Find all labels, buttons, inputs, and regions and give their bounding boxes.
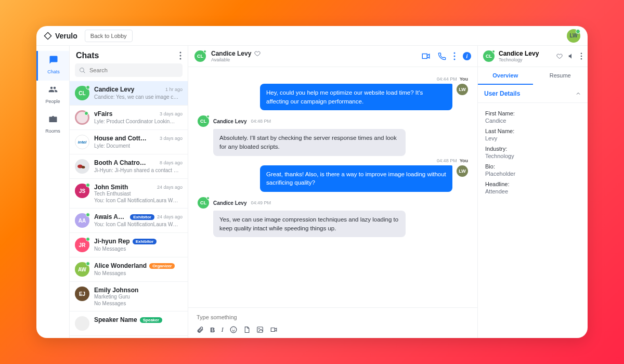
industry-value: Technology [485, 153, 580, 159]
conversation-menu-button[interactable] [453, 52, 456, 60]
details-header: CL Candice Levy Technology [478, 46, 588, 67]
nav-chats[interactable]: Chats [36, 51, 69, 81]
contact-avatar: CL [194, 50, 206, 62]
chat-item-name: Speaker Name [94, 316, 137, 323]
section-title: User Details [484, 90, 520, 97]
chat-item-time: 24 days ago [157, 214, 183, 219]
chat-list-item[interactable]: JRJi-hyun RepExhibitorNo Messages [70, 233, 188, 257]
chat-item-body: Awais AhmedExhibitor24 days agoYou: Icon… [94, 213, 183, 228]
chat-item-name: Booth A Chatro… [94, 159, 146, 166]
role-badge: Organizer [149, 263, 175, 269]
phone-icon [438, 52, 446, 60]
nav-rooms[interactable]: Rooms [36, 110, 69, 140]
chat-list-header: Chats [70, 46, 188, 63]
chat-list-item[interactable]: AAAwais AhmedExhibitor24 days agoYou: Ic… [70, 209, 188, 233]
svg-point-2 [180, 58, 181, 60]
svg-rect-11 [257, 327, 263, 333]
chat-list-item[interactable]: Booth A Chatro…8 days agoJi-Hyun: Ji-Hyu… [70, 154, 188, 179]
chat-item-preview: No Messages [94, 270, 183, 276]
details-actions [556, 53, 582, 60]
message-bubble-sent: Great, thanks! Also, is there a way to i… [260, 165, 452, 192]
heart-icon[interactable] [254, 50, 261, 57]
chat-item-name: Emily Johnson [94, 287, 138, 294]
italic-button[interactable]: I [221, 326, 223, 334]
composer: B I [188, 307, 477, 338]
chat-item-body: House and Cott…3 days agoLyle: Document [94, 135, 183, 149]
chat-list-item[interactable]: JSJohn Smith24 days agoTech EnthusiastYo… [70, 179, 188, 209]
industry-label: Industry: [485, 146, 580, 152]
chat-item-preview: No Messages [94, 301, 183, 306]
message-row: Absolutely. I'll start by checking the s… [198, 129, 468, 155]
details-title-wrap: Candice Levy Technology [499, 50, 539, 62]
chat-item-body: Ji-hyun RepExhibitorNo Messages [94, 238, 183, 252]
details-menu-button[interactable] [580, 53, 582, 60]
audio-call-button[interactable] [438, 52, 446, 60]
details-panel: CL Candice Levy Technology Overview Resu… [477, 46, 588, 338]
chat-list-menu-button[interactable] [179, 51, 181, 60]
video-button[interactable] [270, 326, 278, 333]
chat-item-time: 1 hr ago [165, 87, 183, 92]
doc-button[interactable] [243, 326, 250, 333]
chat-item-time: 24 days ago [157, 185, 183, 190]
chat-list-item[interactable]: Speaker NameSpeaker [70, 311, 188, 336]
message-meta: 04:44 PM You [198, 76, 468, 82]
chat-item-name: Awais Ahmed [94, 213, 127, 220]
chat-list-item[interactable]: CLCandice Levy1 hr agoCandice: Yes, we c… [70, 81, 188, 106]
chat-list-item[interactable]: EJEmily JohnsonMarketing GuruNo Messages [70, 282, 188, 311]
image-icon [256, 326, 264, 333]
bio-value: Placeholder [485, 171, 580, 177]
bio-label: Bio: [485, 163, 580, 170]
message-meta: CLCandice Levy04:49 PM [198, 197, 468, 209]
smile-icon [230, 326, 237, 333]
brand: Verulo [44, 32, 77, 40]
svg-point-14 [581, 56, 582, 57]
chat-item-body: Booth A Chatro…8 days agoJi-Hyun: Ji-Hyu… [94, 159, 183, 174]
back-to-lobby-button[interactable]: Back to Lobby [85, 30, 133, 42]
video-call-button[interactable] [421, 51, 431, 61]
sender-avatar: CL [198, 197, 209, 209]
kebab-icon [453, 52, 456, 60]
chat-item-name: House and Cott… [94, 135, 147, 142]
svg-point-6 [454, 56, 456, 57]
tab-resume[interactable]: Resume [533, 67, 588, 85]
search-input[interactable] [75, 63, 183, 77]
first-name-value: Candice [485, 118, 580, 124]
favorite-button[interactable] [556, 53, 563, 59]
chat-list-item[interactable]: vFairs3 days agoLyle: Product Coordinato… [70, 106, 188, 130]
chat-item-body: Speaker NameSpeaker [94, 316, 183, 331]
video-icon [421, 51, 431, 61]
chat-avatar [75, 316, 89, 331]
svg-point-4 [82, 166, 85, 168]
messages-scroll[interactable]: 04:44 PM YouHey, could you help me optim… [188, 67, 477, 307]
chat-item-body: Emily JohnsonMarketing GuruNo Messages [94, 287, 183, 306]
cars-logo-icon [77, 163, 87, 170]
sender-avatar: LW [457, 84, 468, 95]
chat-list-item[interactable]: intelHouse and Cott…3 days agoLyle: Docu… [70, 130, 188, 154]
svg-point-10 [234, 329, 235, 329]
volume-icon[interactable] [568, 53, 575, 60]
svg-point-15 [581, 58, 582, 60]
info-button[interactable]: i [463, 52, 471, 60]
chat-item-preview: Ji-Hyun: Ji-Hyun shared a contact … [94, 167, 183, 173]
image-button[interactable] [256, 326, 264, 333]
message-input[interactable] [197, 311, 469, 323]
chat-icon [49, 55, 58, 64]
user-details-section-toggle[interactable]: User Details [478, 85, 588, 103]
chat-item-name: Candice Levy [94, 86, 134, 93]
nav-people[interactable]: People [36, 81, 69, 110]
emoji-button[interactable] [230, 326, 237, 333]
nav-chats-label: Chats [47, 69, 60, 74]
chat-avatar: intel [75, 135, 89, 149]
brand-logo-icon [44, 32, 52, 40]
tab-overview[interactable]: Overview [478, 67, 533, 85]
chat-list-item[interactable]: AWAlice WonderlandOrganizerNo Messages [70, 257, 188, 282]
brand-name: Verulo [55, 32, 77, 40]
attach-button[interactable] [197, 326, 204, 333]
current-user-avatar[interactable]: LW [567, 29, 580, 43]
message-row: Yes, we can use image compression techni… [198, 211, 468, 237]
svg-point-13 [581, 53, 582, 54]
details-tabs: Overview Resume [478, 67, 588, 85]
bold-button[interactable]: B [210, 326, 215, 334]
paperclip-icon [197, 326, 204, 333]
search-icon [79, 67, 86, 74]
